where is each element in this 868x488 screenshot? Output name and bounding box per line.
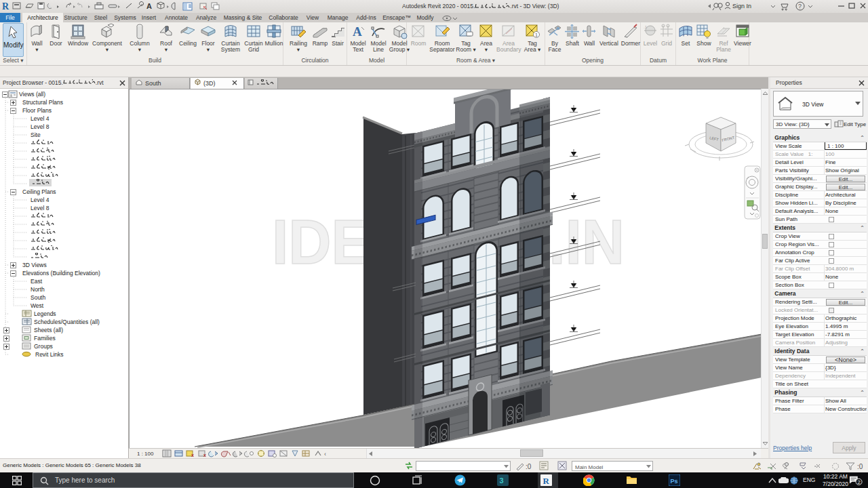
svg-text:3: 3 [500, 476, 504, 485]
svg-text:x: x [203, 453, 206, 458]
svg-text::0: :0 [857, 463, 863, 470]
svg-text:Sign In: Sign In [732, 3, 751, 9]
svg-text:R: R [2, 1, 9, 12]
svg-text:1: 1 [535, 33, 538, 37]
svg-text:A: A [353, 24, 362, 39]
svg-text:R: R [543, 476, 550, 486]
svg-text:Ps: Ps [671, 478, 678, 485]
svg-text::0: :0 [526, 463, 532, 470]
svg-text:‹: ‹ [324, 451, 326, 458]
svg-text:x: x [191, 453, 194, 458]
svg-text:A: A [146, 2, 152, 10]
svg-text:?: ? [798, 3, 802, 9]
svg-text:.1: .1 [644, 25, 648, 29]
svg-text:2: 2 [858, 479, 861, 485]
